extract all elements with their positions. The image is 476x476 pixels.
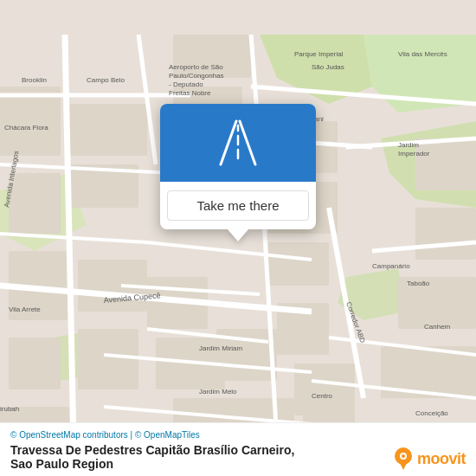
road-icon bbox=[212, 117, 264, 169]
copyright-symbol-2: © bbox=[135, 430, 141, 440]
svg-text:Vila das Mercês: Vila das Mercês bbox=[398, 50, 447, 58]
svg-text:Jardim: Jardim bbox=[398, 141, 419, 149]
svg-rect-8 bbox=[69, 104, 147, 156]
moovit-pin-icon bbox=[393, 447, 414, 471]
svg-text:Campo Belo: Campo Belo bbox=[87, 76, 125, 84]
svg-text:Parque Imperial: Parque Imperial bbox=[294, 50, 344, 58]
svg-marker-82 bbox=[399, 461, 408, 470]
svg-text:Jardim Melo: Jardim Melo bbox=[199, 388, 237, 396]
svg-text:Brooklin: Brooklin bbox=[22, 76, 47, 84]
bottom-bar: © OpenStreetMap contributors | © OpenMap… bbox=[0, 422, 476, 476]
svg-text:Vila Arrete: Vila Arrete bbox=[9, 306, 41, 313]
svg-rect-13 bbox=[9, 338, 61, 389]
svg-text:Campanário: Campanário bbox=[372, 262, 410, 270]
moovit-logo: moovit bbox=[393, 447, 466, 471]
osm-attribution[interactable]: OpenStreetMap contributors | bbox=[19, 430, 135, 440]
map-container: Brooklin Campo Belo Aeroporto de São Pau… bbox=[0, 0, 476, 476]
svg-text:Imperador: Imperador bbox=[398, 150, 430, 158]
moovit-text: moovit bbox=[417, 450, 466, 468]
svg-text:Jardim Miriam: Jardim Miriam bbox=[199, 344, 243, 352]
svg-text:Canhem: Canhem bbox=[424, 323, 451, 331]
svg-rect-30 bbox=[415, 208, 476, 260]
svg-text:Centro: Centro bbox=[312, 392, 333, 400]
svg-text:- Deputado: - Deputado bbox=[169, 80, 203, 88]
svg-text:Freitas Nobre: Freitas Nobre bbox=[169, 89, 211, 97]
svg-text:Taboão: Taboão bbox=[407, 280, 430, 287]
svg-rect-9 bbox=[9, 173, 61, 234]
svg-text:Chácara Flora: Chácara Flora bbox=[4, 124, 48, 132]
svg-rect-28 bbox=[268, 242, 329, 286]
svg-text:irubah: irubah bbox=[0, 405, 19, 413]
svg-text:São Judas: São Judas bbox=[312, 63, 344, 71]
attribution-line: © OpenStreetMap contributors | © OpenMap… bbox=[10, 430, 466, 440]
location-name: Travessa De Pedestres Capitão Brasílio C… bbox=[10, 443, 294, 457]
svg-text:Paulo/Congonhas: Paulo/Congonhas bbox=[169, 72, 224, 80]
svg-rect-14 bbox=[78, 329, 138, 389]
svg-text:Conceição: Conceição bbox=[415, 409, 448, 417]
popup-tail bbox=[228, 229, 248, 241]
location-region: Sao Paulo Region bbox=[10, 457, 294, 471]
svg-rect-29 bbox=[415, 138, 476, 190]
take-me-there-button[interactable]: Take me there bbox=[167, 190, 309, 221]
popup-card: Take me there bbox=[160, 104, 316, 229]
popup-button-area: Take me there bbox=[160, 182, 316, 229]
popup-icon-area bbox=[160, 104, 316, 182]
svg-text:Aeroporto de São: Aeroporto de São bbox=[169, 63, 223, 71]
svg-point-84 bbox=[402, 454, 405, 458]
copyright-symbol: © bbox=[10, 430, 16, 440]
omt-attribution[interactable]: OpenMapTiles bbox=[144, 430, 200, 440]
